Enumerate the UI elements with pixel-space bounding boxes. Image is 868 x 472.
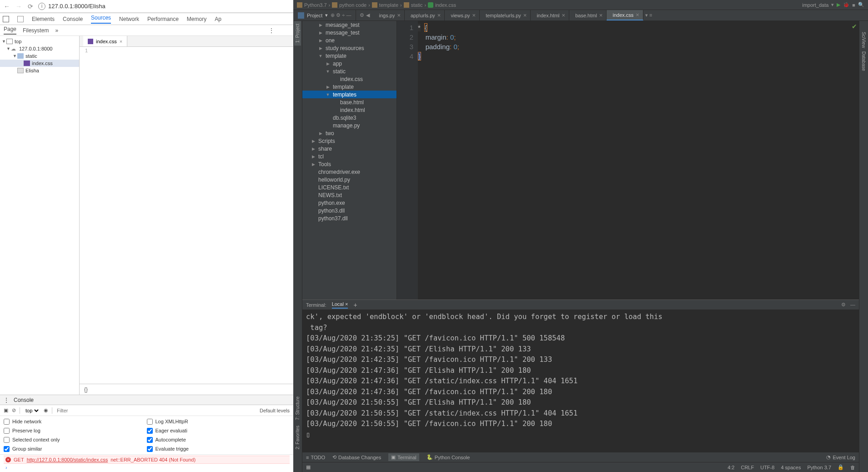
status-indent[interactable]: 4 spaces: [781, 465, 801, 470]
status-le[interactable]: CRLF: [741, 465, 754, 470]
crumb-1[interactable]: python code: [332, 2, 366, 8]
address-bar[interactable]: i 127.0.0.1:8000/Elisha: [38, 3, 291, 10]
tab-network[interactable]: Network: [119, 16, 139, 22]
crumb-2[interactable]: template: [372, 2, 398, 8]
tool-eventlog[interactable]: ◔ Event Log: [826, 454, 855, 460]
check-eager[interactable]: Eager evaluati: [147, 426, 290, 435]
close-icon[interactable]: ×: [636, 11, 639, 18]
status-interp[interactable]: Python 3.7: [807, 465, 831, 470]
console-clear-icon[interactable]: ⊘: [12, 407, 16, 413]
tab-elements[interactable]: Elements: [32, 16, 55, 22]
terminal-tab-local[interactable]: Local ×: [332, 301, 348, 309]
crumb-3[interactable]: static: [404, 2, 423, 8]
tool-pyconsole[interactable]: 🐍 Python Console: [426, 454, 470, 460]
status-enc[interactable]: UTF-8: [760, 465, 774, 470]
side-project[interactable]: 1: Project: [294, 21, 301, 46]
tree-origin[interactable]: ▼☁127.0.0.1:8000: [0, 45, 79, 52]
editor-tab[interactable]: ings.py×: [373, 10, 405, 20]
terminal-gear-icon[interactable]: ⚙: [841, 302, 846, 308]
tree-indexcss[interactable]: index.css: [0, 60, 79, 67]
tree-row[interactable]: LICENSE.txt: [302, 183, 396, 191]
tree-elisha[interactable]: Elisha: [0, 67, 79, 74]
close-icon[interactable]: ×: [599, 12, 603, 19]
tab-application[interactable]: Ap: [215, 16, 221, 22]
console-messages[interactable]: × GET http://127.0.0.1:8000/static/index…: [0, 455, 293, 472]
side-structure[interactable]: 7: Structure: [294, 394, 301, 423]
tree-row[interactable]: manage.py: [302, 122, 396, 129]
subtab-page[interactable]: Page: [4, 26, 16, 35]
code-editor[interactable]: 1234 * { margin: 0; padding: 0; } ✔: [397, 21, 859, 299]
tree-row[interactable]: ▶tcl: [302, 152, 396, 160]
tool-todo[interactable]: ≡ TODO: [306, 455, 325, 460]
close-icon[interactable]: ×: [397, 12, 401, 19]
console-level[interactable]: Default levels: [260, 408, 290, 413]
close-icon[interactable]: ×: [562, 12, 566, 19]
tool-dbchanges[interactable]: ⟲ Database Changes: [332, 454, 381, 460]
crumb-root[interactable]: Python3.7: [297, 2, 327, 8]
sources-tree[interactable]: ▼top ▼☁127.0.0.1:8000 ▼static index.css …: [0, 36, 80, 395]
debug-icon[interactable]: 🐞: [843, 2, 849, 8]
console-play-icon[interactable]: ▣: [4, 407, 8, 413]
device-icon[interactable]: [17, 16, 24, 22]
terminal-add-icon[interactable]: +: [353, 301, 357, 309]
site-info-icon[interactable]: i: [38, 3, 45, 10]
tree-row[interactable]: python37.dll: [302, 214, 396, 222]
err-url[interactable]: http://127.0.0.1:8000/static/index.css: [27, 457, 108, 462]
check-log-xhr[interactable]: Log XMLHttpR: [147, 417, 290, 426]
close-icon[interactable]: ×: [523, 12, 527, 19]
side-database[interactable]: Database: [860, 50, 867, 73]
tab-performance[interactable]: Performance: [147, 16, 179, 22]
project-tool-header[interactable]: Project ▾ ⊕ ⚙ ÷ —: [293, 10, 356, 20]
console-filter-input[interactable]: [56, 407, 256, 414]
tab-console[interactable]: Console: [63, 16, 83, 22]
inspect-icon[interactable]: [3, 16, 9, 22]
console-menu-icon[interactable]: ⋮: [4, 397, 9, 403]
status-mem-icon[interactable]: 🗑: [850, 465, 855, 470]
tree-row[interactable]: python3.dll: [302, 207, 396, 214]
editor-content[interactable]: * { margin: 0; padding: 0; }: [418, 21, 859, 299]
terminal-output[interactable]: ck', expected 'endblock' or 'endblock he…: [302, 310, 859, 452]
editor-tab[interactable]: template\urls.py×: [480, 10, 531, 20]
tree-row[interactable]: ▶message_test: [302, 29, 396, 36]
tree-row[interactable]: ▼templates: [302, 91, 396, 98]
editor-tab[interactable]: app\urls.py×: [405, 10, 445, 20]
console-error-row[interactable]: × GET http://127.0.0.1:8000/static/index…: [4, 456, 290, 464]
tree-row[interactable]: ▼template: [302, 52, 396, 60]
close-tab-icon[interactable]: ×: [120, 39, 122, 44]
check-hide-network[interactable]: Hide network: [4, 417, 147, 426]
run-config[interactable]: import_data: [802, 2, 828, 8]
tool-terminal[interactable]: ▣ Terminal: [388, 453, 419, 461]
side-sciview[interactable]: SciView: [860, 30, 867, 50]
editor-tab[interactable]: index.html×: [531, 10, 569, 20]
editor-tab[interactable]: index.css×: [607, 10, 643, 20]
status-pos[interactable]: 4:2: [728, 465, 734, 470]
tree-row[interactable]: ▶template: [302, 83, 396, 91]
braces-icon[interactable]: {}: [84, 386, 88, 393]
subtab-more-icon[interactable]: »: [55, 27, 58, 34]
tree-row[interactable]: db.sqlite3: [302, 114, 396, 122]
tree-row[interactable]: ▶Tools: [302, 160, 396, 168]
tab-sources[interactable]: Sources: [91, 15, 111, 24]
project-tree[interactable]: ▶mesasge_test▶message_test▶one▶study res…: [302, 21, 397, 299]
tab-memory[interactable]: Memory: [187, 16, 206, 22]
tree-static[interactable]: ▼static: [0, 52, 79, 60]
tree-row[interactable]: ▶study resources: [302, 44, 396, 52]
back-icon[interactable]: ←: [3, 2, 11, 10]
console-context[interactable]: top: [24, 407, 40, 414]
close-icon[interactable]: ×: [437, 12, 441, 19]
tree-row[interactable]: ▶Scripts: [302, 137, 396, 145]
editor-tab-indexcss[interactable]: index.css ×: [83, 36, 127, 46]
subtab-filesystem[interactable]: Filesystem: [23, 27, 49, 34]
close-icon[interactable]: ×: [472, 12, 476, 19]
search-icon[interactable]: 🔍: [858, 2, 864, 8]
tree-row[interactable]: index.html: [302, 106, 396, 114]
run-icon[interactable]: ▶: [837, 2, 840, 8]
check-autocomplete[interactable]: Autocomplete: [147, 435, 290, 444]
tree-row[interactable]: ▶mesasge_test: [302, 21, 396, 29]
tab-tools-icon[interactable]: ⚙ ◀: [356, 12, 373, 18]
editor-tab[interactable]: views.py×: [445, 10, 480, 20]
editor-code[interactable]: 1: [80, 47, 293, 384]
editor-tab[interactable]: base.html×: [569, 10, 607, 20]
tree-row[interactable]: chromedriver.exe: [302, 168, 396, 176]
crumb-4[interactable]: index.css: [428, 2, 456, 8]
